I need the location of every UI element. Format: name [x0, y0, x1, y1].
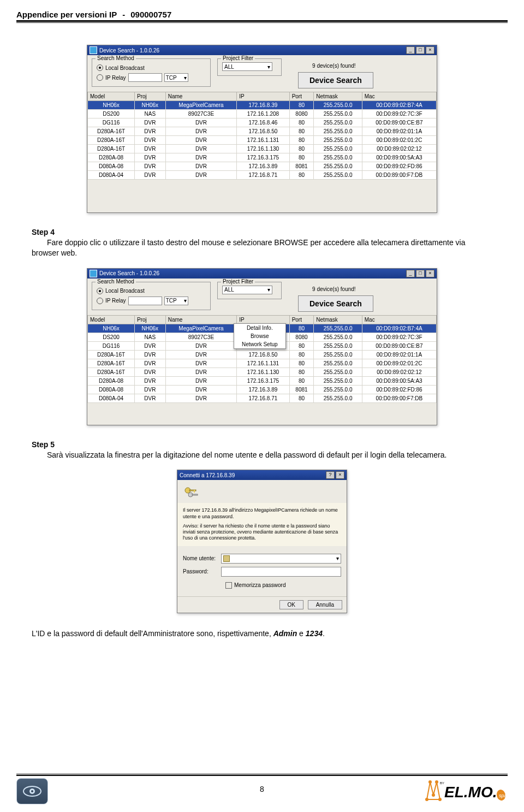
document-header: Appendice per versioni IP - 090000757: [16, 10, 508, 19]
auth-dialog: Connetti a 172.16.8.39 ? × Il server 172…: [177, 470, 347, 613]
search-method-label: Search Method: [96, 55, 136, 61]
step5-text: Sarà visualizzata la finestra per la dig…: [32, 450, 492, 460]
device-search-button[interactable]: Device Search: [298, 72, 373, 88]
ctx-browse[interactable]: Browse: [234, 332, 285, 340]
window-title: Device Search - 1.0.0.26: [99, 48, 159, 54]
footer: EL.MO. BY spa: [16, 774, 508, 804]
table-row[interactable]: D280A-16TDVRDVR172.16.1.13080255.255.0.0…: [88, 368, 437, 376]
ctx-detail-info[interactable]: Detail Info.: [234, 324, 285, 332]
svg-rect-4: [192, 494, 198, 495]
table-row[interactable]: D080A-08DVRDVR172.16.3.898081255.255.0.0…: [88, 385, 437, 394]
auth-warning: Avviso: il server ha richiesto che il no…: [183, 523, 341, 542]
table-row[interactable]: D280A-16TDVRDVR172.16.1.13080255.255.0.0…: [88, 145, 437, 153]
context-menu: Detail Info. Browse Network Setup: [234, 323, 286, 349]
password-input[interactable]: [221, 567, 341, 577]
password-label: Password:: [183, 568, 221, 574]
window-title: Device Search - 1.0.0.26: [99, 270, 159, 276]
step4-text: Fare doppio clic o utilizzare il tasto d…: [32, 238, 492, 258]
table-row[interactable]: D080A-04DVRDVR172.16.8.7180255.255.0.000…: [88, 171, 437, 180]
header-rule-thin: [16, 22, 508, 23]
ctx-network-setup[interactable]: Network Setup: [234, 340, 285, 348]
help-button[interactable]: ?: [326, 471, 335, 479]
table-row[interactable]: D080A-04DVRDVR172.16.8.7180255.255.0.000…: [88, 394, 437, 402]
svg-text:spa: spa: [499, 793, 507, 798]
table-row[interactable]: D280A-16TDVRDVR172.16.8.5080255.255.0.00…: [88, 127, 437, 136]
minimize-button[interactable]: _: [406, 46, 415, 54]
doc-code: 090000757: [130, 10, 171, 19]
svg-rect-2: [194, 490, 195, 493]
svg-point-13: [432, 793, 435, 797]
step4-title: Step 4: [32, 227, 492, 238]
keys-icon: [183, 485, 199, 500]
radio-ip-relay[interactable]: IP Relay TCP▾: [97, 73, 206, 82]
device-search-button[interactable]: Device Search: [298, 295, 373, 312]
svg-point-11: [428, 780, 432, 784]
step5-title: Step 5: [32, 440, 492, 450]
doc-title: Appendice per versioni IP: [16, 10, 117, 19]
table-row[interactable]: DG116DVRDVR172.16.8.4680255.255.0.000:D0…: [88, 118, 437, 127]
username-label: Nome utente:: [183, 555, 221, 561]
table-row[interactable]: NH06xNH06xMegaPixelCamera172.16.8.398025…: [88, 101, 437, 110]
ok-button[interactable]: OK: [279, 600, 303, 609]
eye-icon: [16, 778, 48, 804]
svg-marker-8: [427, 782, 440, 799]
table-row[interactable]: DS200NAS89027C3E172.16.1.2088080255.255.…: [88, 110, 437, 118]
auth-title: Connetti a 172.16.8.39: [180, 472, 235, 478]
maximize-button[interactable]: □: [416, 270, 425, 277]
close-button[interactable]: ×: [426, 270, 434, 277]
project-filter-label: Project Filter: [221, 55, 255, 61]
auth-server-line: Il server 172.16.8.39 all'indirizzo Mega…: [183, 507, 341, 520]
table-row[interactable]: D080A-08DVRDVR172.16.3.898081255.255.0.0…: [88, 162, 437, 171]
doc-sep: -: [122, 10, 125, 19]
device-search-window-1: Device Search - 1.0.0.26 _ □ × Search Me…: [87, 45, 437, 213]
maximize-button[interactable]: □: [416, 46, 425, 54]
close-button[interactable]: ×: [426, 46, 434, 54]
found-text: 9 device(s) found!: [295, 63, 373, 69]
radio-local-broadcast[interactable]: Local Broadcast: [97, 64, 206, 71]
cancel-button[interactable]: Annulla: [308, 600, 342, 609]
svg-point-7: [31, 790, 33, 792]
minimize-button[interactable]: _: [406, 270, 415, 277]
brand-logo: EL.MO. BY spa: [420, 779, 508, 804]
svg-text:EL.MO.: EL.MO.: [444, 784, 497, 801]
device-search-window-2: Device Search - 1.0.0.26 _ □ × Search Me…: [87, 268, 437, 425]
user-icon: [223, 555, 230, 562]
svg-point-9: [425, 798, 428, 801]
final-text: L'ID e la password di default dell'Ammin…: [32, 629, 492, 639]
remember-checkbox[interactable]: Memorizza password: [225, 582, 341, 589]
table-row[interactable]: D280A-16TDVRDVR172.16.1.13180255.255.0.0…: [88, 136, 437, 145]
table-row[interactable]: D280A-08DVRDVR172.16.3.17580255.255.0.00…: [88, 153, 437, 162]
table-row[interactable]: D280A-16TDVRDVR172.16.1.13180255.255.0.0…: [88, 359, 437, 368]
app-icon: [90, 270, 97, 277]
table-row[interactable]: D280A-08DVRDVR172.16.3.17580255.255.0.00…: [88, 376, 437, 385]
close-button[interactable]: ×: [336, 471, 344, 479]
app-icon: [90, 46, 97, 54]
username-input[interactable]: ▾: [221, 554, 341, 564]
svg-point-12: [435, 780, 438, 784]
project-filter-select[interactable]: ALL▾: [222, 62, 272, 71]
header-rule-thick: [16, 20, 508, 22]
svg-text:BY: BY: [440, 781, 444, 785]
svg-point-10: [438, 798, 442, 801]
svg-rect-1: [189, 490, 196, 491]
device-table: Model Proj Name IP Port Netmask Mac NH06…: [87, 92, 437, 180]
table-row[interactable]: D280A-16TDVRDVR172.16.8.5080255.255.0.00…: [88, 350, 437, 359]
